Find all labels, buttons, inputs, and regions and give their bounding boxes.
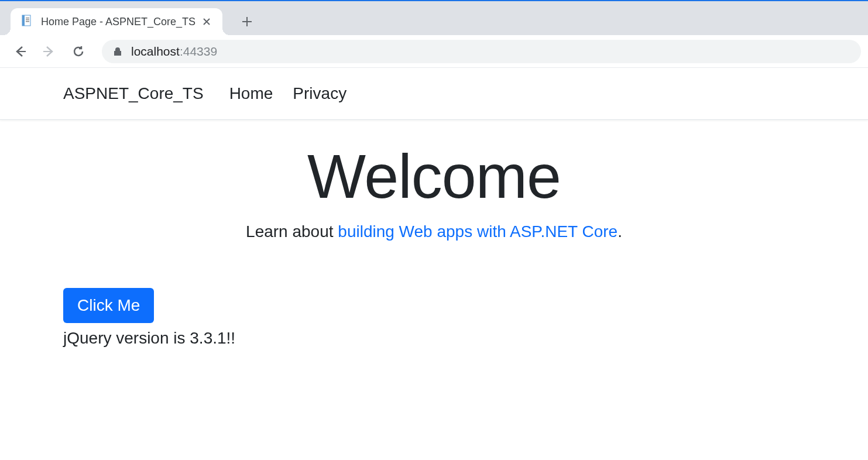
learn-prefix: Learn about (246, 222, 338, 241)
close-tab-button[interactable] (200, 15, 213, 28)
nav-link-home[interactable]: Home (229, 84, 273, 103)
browser-tab[interactable]: Home Page - ASPNET_Core_TS (11, 8, 222, 35)
browser-toolbar: localhost:44339 (0, 35, 868, 68)
svg-rect-1 (22, 15, 25, 26)
reload-button[interactable] (66, 39, 91, 64)
nav-link-privacy[interactable]: Privacy (293, 84, 346, 103)
main-content: Welcome Learn about building Web apps wi… (0, 120, 868, 369)
url-port: :44339 (180, 44, 217, 59)
learn-link[interactable]: building Web apps with ASP.NET Core (338, 222, 617, 241)
learn-suffix: . (617, 222, 622, 241)
page-heading: Welcome (63, 141, 805, 212)
click-me-button[interactable]: Click Me (63, 288, 154, 323)
svg-rect-3 (26, 19, 29, 20)
forward-button[interactable] (36, 39, 62, 64)
tab-title: Home Page - ASPNET_Core_TS (41, 16, 195, 28)
svg-rect-4 (26, 21, 29, 22)
page-favicon (21, 15, 34, 29)
action-area: Click Me jQuery version is 3.3.1!! (63, 288, 805, 348)
page-content: ASPNET_Core_TS Home Privacy Welcome Lear… (0, 68, 868, 369)
back-button[interactable] (7, 39, 33, 64)
lock-icon (112, 46, 123, 57)
svg-rect-2 (26, 18, 29, 19)
tab-strip: Home Page - ASPNET_Core_TS (0, 1, 868, 35)
navbar-brand[interactable]: ASPNET_Core_TS (63, 84, 204, 103)
new-tab-button[interactable] (235, 10, 259, 33)
url-host: localhost (131, 44, 180, 59)
address-bar[interactable]: localhost:44339 (102, 40, 861, 63)
browser-chrome: Home Page - ASPNET_Core_TS localhost:443… (0, 0, 868, 68)
jquery-version-text: jQuery version is 3.3.1!! (63, 329, 805, 348)
site-navbar: ASPNET_Core_TS Home Privacy (0, 68, 868, 120)
hero-subtitle: Learn about building Web apps with ASP.N… (63, 222, 805, 241)
hero-section: Welcome Learn about building Web apps wi… (63, 141, 805, 241)
